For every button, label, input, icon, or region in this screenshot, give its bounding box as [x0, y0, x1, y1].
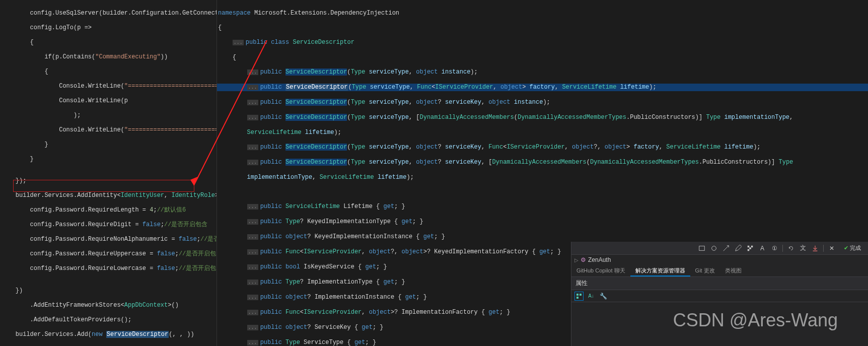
- collapse-icon[interactable]: ...: [247, 234, 258, 240]
- solution-panel: A ① 文 ✕ ✔ 完成 ▷ ⚙ ZenAuth GitHub Copilot …: [571, 242, 868, 346]
- chevron-right-icon: ▷: [574, 257, 578, 263]
- code-line: config.Password.RequireDigit = false;//是…: [0, 221, 216, 229]
- code-line: ...public Type? KeyedImplementationType …: [217, 218, 868, 226]
- tab-solution-explorer[interactable]: 解决方案资源管理器: [630, 265, 690, 276]
- code-line: ...public ServiceDescriptor(Type service…: [217, 144, 868, 152]
- code-line-current: ...public ServiceDescriptor(Type service…: [217, 84, 868, 92]
- collapse-icon[interactable]: ...: [247, 204, 258, 210]
- snip-toolbar: A ① 文 ✕ ✔ 完成: [571, 242, 868, 255]
- code-line: config.LogTo(p =>: [0, 24, 216, 32]
- code-line: config.Password.RequiredLength = 4;//默认值…: [0, 206, 216, 214]
- translate-icon[interactable]: 文: [799, 244, 807, 252]
- tab-copilot[interactable]: GitHub Copilot 聊天: [571, 265, 630, 276]
- collapse-icon[interactable]: ...: [247, 249, 258, 255]
- collapse-icon[interactable]: ...: [247, 115, 258, 120]
- project-icon: ⚙: [581, 256, 586, 263]
- code-line: if(p.Contains("CommandExecuting")): [0, 53, 216, 61]
- mosaic-icon[interactable]: [746, 244, 754, 252]
- tab-git-changes[interactable]: Git 更改: [690, 265, 720, 276]
- code-line: ServiceLifetime lifetime);: [217, 129, 868, 136]
- separator: [782, 245, 783, 252]
- tab-class-view[interactable]: 类视图: [720, 265, 747, 276]
- editor-left-pane[interactable]: config.UseSqlServer(builder.Configuratio…: [0, 0, 216, 346]
- code-line: {: [0, 39, 216, 46]
- svg-rect-7: [748, 249, 750, 251]
- code-line: .AddDefaultTokenProviders();: [0, 316, 216, 324]
- code-line: ...public ServiceDescriptor(Type service…: [217, 99, 868, 107]
- collapse-icon[interactable]: ...: [247, 310, 258, 315]
- collapse-icon[interactable]: ...: [247, 145, 258, 150]
- svg-rect-4: [748, 245, 750, 247]
- code-line: namespace Microsoft.Extensions.Dependenc…: [217, 10, 868, 17]
- properties-toolbar: A↓ 🔧: [571, 290, 868, 302]
- code-line: ...public ServiceDescriptor(Type service…: [217, 114, 868, 122]
- close-icon[interactable]: ✕: [828, 244, 836, 252]
- code-line: ...public class ServiceDescriptor: [217, 39, 868, 47]
- separator: [823, 245, 824, 252]
- arrow-icon[interactable]: [722, 244, 730, 252]
- svg-rect-9: [580, 294, 582, 296]
- number-icon[interactable]: ①: [770, 244, 778, 252]
- code-line: );: [0, 112, 216, 119]
- code-line: }): [0, 287, 216, 295]
- collapse-icon[interactable]: ...: [247, 160, 258, 165]
- code-line: builder.Services.AddIdentity<IdentityUse…: [0, 192, 216, 199]
- code-line: });: [0, 177, 216, 185]
- collapse-icon[interactable]: ...: [247, 280, 258, 285]
- categorized-icon[interactable]: [574, 292, 584, 301]
- collapse-icon[interactable]: ...: [247, 340, 258, 345]
- text-icon[interactable]: A: [758, 244, 766, 252]
- code-line: ...public ServiceDescriptor(Type service…: [217, 159, 868, 167]
- code-line: ...public object? KeyedImplementationIns…: [217, 233, 868, 241]
- code-line: Console.WriteLine(p: [0, 97, 216, 105]
- code-line: config.Password.RequireLowercase = false…: [0, 265, 216, 272]
- code-line: config.Password.RequireNonAlphanumeric =…: [0, 236, 216, 243]
- done-button[interactable]: ✔ 完成: [840, 243, 865, 253]
- collapse-icon[interactable]: ...: [247, 85, 258, 90]
- code-line: implementationType, ServiceLifetime life…: [217, 174, 868, 181]
- collapse-icon[interactable]: ...: [247, 219, 258, 225]
- svg-rect-6: [749, 247, 751, 249]
- code-line: .AddEntityFrameworkStores<AppDbContext>(…: [0, 302, 216, 309]
- svg-point-3: [712, 246, 716, 250]
- code-line: config.UseSqlServer(builder.Configuratio…: [0, 10, 216, 17]
- svg-rect-10: [576, 297, 578, 299]
- pen-icon[interactable]: [734, 244, 742, 252]
- code-line: {: [0, 68, 216, 76]
- code-line: builder.Services.Add(new ServiceDescript…: [0, 331, 216, 338]
- properties-header: 属性: [571, 277, 868, 290]
- code-line: {: [217, 24, 868, 32]
- code-line: ...public ServiceDescriptor(Type service…: [217, 68, 868, 77]
- undo-icon[interactable]: [787, 244, 795, 252]
- code-line: ...public ServiceLifetime Lifetime { get…: [217, 203, 868, 211]
- code-line: Console.WriteLine("=====================…: [0, 83, 216, 90]
- svg-rect-5: [751, 245, 753, 247]
- collapse-icon[interactable]: ...: [247, 325, 258, 330]
- code-line: [217, 188, 868, 196]
- collapse-icon[interactable]: ...: [247, 264, 258, 270]
- collapse-icon[interactable]: ...: [233, 40, 244, 45]
- selected-token: ServiceDescriptor: [106, 331, 169, 338]
- alphabetical-icon[interactable]: A↓: [587, 292, 596, 301]
- code-line: Console.WriteLine("=====================…: [0, 126, 216, 134]
- solution-tree-item[interactable]: ▷ ⚙ ZenAuth: [571, 255, 868, 265]
- collapse-icon[interactable]: ...: [247, 295, 258, 300]
- svg-rect-8: [576, 294, 578, 296]
- collapse-icon[interactable]: ...: [247, 70, 258, 75]
- code-line: {: [217, 54, 868, 61]
- rect-icon[interactable]: [698, 244, 706, 252]
- svg-rect-2: [699, 246, 705, 250]
- code-line: }: [0, 156, 216, 163]
- collapse-icon[interactable]: ...: [247, 100, 258, 105]
- code-line: }: [0, 141, 216, 149]
- circle-icon[interactable]: [710, 244, 718, 252]
- solution-item-label: ZenAuth: [588, 256, 611, 263]
- download-icon[interactable]: [811, 244, 819, 252]
- panel-tabs: GitHub Copilot 聊天 解决方案资源管理器 Git 更改 类视图: [571, 265, 868, 277]
- wrench-icon[interactable]: 🔧: [599, 292, 608, 301]
- code-line: config.Password.RequireUppercase = false…: [0, 250, 216, 258]
